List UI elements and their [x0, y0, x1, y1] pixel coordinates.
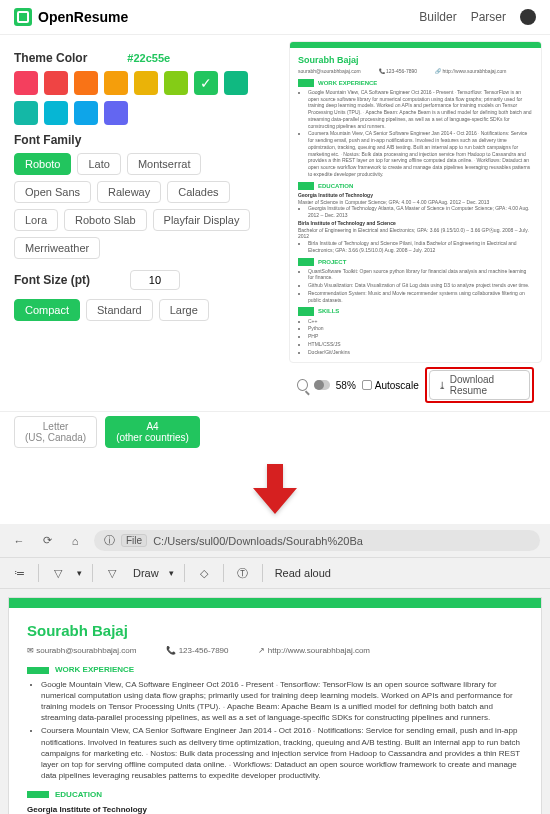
swatch-22c55e[interactable]	[194, 71, 218, 95]
doc-phone: 📞 123-456-7890	[166, 645, 228, 656]
size-row: CompactStandardLarge	[14, 299, 271, 321]
arrow-graphic	[0, 464, 550, 518]
text-icon[interactable]: Ⓣ	[234, 564, 252, 582]
home-icon[interactable]: ⌂	[66, 532, 84, 550]
font-roboto-slab[interactable]: Roboto Slab	[64, 209, 147, 231]
doc-name: Sourabh Bajaj	[27, 620, 523, 641]
swatch-0ea5e9[interactable]	[74, 101, 98, 125]
preview-name: Sourabh Bajaj	[298, 54, 533, 66]
brand-logo[interactable]: OpenResume	[14, 8, 128, 26]
theme-label: Theme Color#22c55e	[14, 51, 271, 65]
draw-icon[interactable]: ▽	[103, 564, 121, 582]
font-lora[interactable]: Lora	[14, 209, 58, 231]
preview-email: sourabh@sourabhbajaj.com	[298, 68, 361, 75]
erase-icon[interactable]: ◇	[195, 564, 213, 582]
swatch-06b6d4[interactable]	[44, 101, 68, 125]
font-lato[interactable]: Lato	[77, 153, 120, 175]
swatch-ef4444[interactable]	[44, 71, 68, 95]
swatch-84cc16[interactable]	[164, 71, 188, 95]
font-calades[interactable]: Calades	[167, 181, 229, 203]
swatch-14b8a6[interactable]	[14, 101, 38, 125]
preview-sh-proj: PROJECT	[298, 258, 533, 266]
refresh-icon[interactable]: ⟳	[38, 532, 56, 550]
doc-site: ↗ http://www.sourabhbajaj.com	[258, 645, 370, 656]
swatch-f43f5e[interactable]	[14, 71, 38, 95]
doc-sh-work: WORK EXPERIENCE	[27, 664, 523, 675]
nav-builder[interactable]: Builder	[419, 10, 456, 24]
font-playfair-display[interactable]: Playfair Display	[153, 209, 251, 231]
pdf-document: Sourabh Bajaj ✉ sourabh@sourabhbajaj.com…	[8, 597, 542, 814]
preview-sh-work: WORK EXPERIENCE	[298, 79, 533, 87]
font-label: Font Family	[14, 133, 271, 147]
github-icon[interactable]	[520, 9, 536, 25]
zoom-toggle[interactable]	[314, 380, 330, 390]
swatch-eab308[interactable]	[134, 71, 158, 95]
font-merriweather[interactable]: Merriweather	[14, 237, 100, 259]
download-button[interactable]: ⤓ Download Resume	[429, 370, 530, 400]
size-label: Font Size (pt)	[14, 273, 90, 287]
font-row: RobotoLatoMontserratOpen SansRalewayCala…	[14, 153, 271, 259]
swatch-row	[14, 71, 271, 125]
preview-site: 🔗 http://www.sourabhbajaj.com	[435, 68, 506, 75]
swatch-10b981[interactable]	[224, 71, 248, 95]
preview-sh-edu: EDUCATION	[298, 182, 533, 190]
brand-text: OpenResume	[38, 9, 128, 25]
toc-icon[interactable]: ≔	[10, 564, 28, 582]
url-file-badge: File	[121, 534, 147, 547]
download-icon: ⤓	[438, 380, 446, 391]
paper-a4-button[interactable]: A4(other countries)	[105, 416, 200, 448]
autoscale-label: Autoscale	[375, 380, 419, 391]
preview-sh-skills: SKILLS	[298, 307, 533, 315]
font-roboto[interactable]: Roboto	[14, 153, 71, 175]
paper-letter-button[interactable]: Letter(US, Canada)	[14, 416, 97, 448]
doc-email: ✉ sourabh@sourabhbajaj.com	[27, 645, 136, 656]
highlight-box: ⤓ Download Resume	[425, 367, 534, 403]
theme-hex[interactable]: #22c55e	[127, 52, 170, 64]
size-standard[interactable]: Standard	[86, 299, 153, 321]
doc-sh-edu: EDUCATION	[27, 789, 523, 800]
zoom-icon[interactable]	[297, 379, 308, 391]
read-aloud-button[interactable]: Read aloud	[275, 567, 331, 579]
font-montserrat[interactable]: Montserrat	[127, 153, 202, 175]
back-icon[interactable]: ←	[10, 532, 28, 550]
swatch-f97316[interactable]	[74, 71, 98, 95]
font-raleway[interactable]: Raleway	[97, 181, 161, 203]
url-path: C:/Users/sul00/Downloads/Sourabh%20Ba	[153, 535, 363, 547]
logo-icon	[14, 8, 32, 26]
highlight-icon[interactable]: ▽	[49, 564, 67, 582]
nav-parser[interactable]: Parser	[471, 10, 506, 24]
size-compact[interactable]: Compact	[14, 299, 80, 321]
size-input[interactable]: 10	[130, 270, 180, 290]
size-large[interactable]: Large	[159, 299, 209, 321]
autoscale-checkbox[interactable]	[362, 380, 372, 390]
url-pill[interactable]: ⓘ File C:/Users/sul00/Downloads/Sourabh%…	[94, 530, 540, 551]
swatch-6366f1[interactable]	[104, 101, 128, 125]
preview-phone: 📞 123-456-7890	[379, 68, 418, 75]
font-open-sans[interactable]: Open Sans	[14, 181, 91, 203]
draw-button[interactable]: Draw	[133, 567, 159, 579]
zoom-pct: 58%	[336, 380, 356, 391]
resume-preview: Sourabh Bajaj sourabh@sourabhbajaj.com 📞…	[289, 41, 542, 363]
swatch-f59e0b[interactable]	[104, 71, 128, 95]
